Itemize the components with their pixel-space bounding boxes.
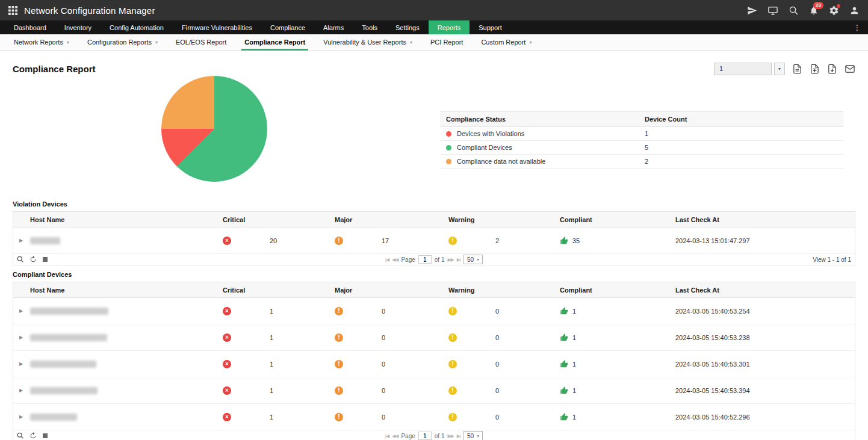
send-feedback-icon[interactable] <box>747 5 757 16</box>
legend-color-dot <box>446 145 451 150</box>
page-label: Page <box>401 256 415 263</box>
table-refresh-icon[interactable] <box>29 256 37 263</box>
thumbs-up-icon <box>560 359 569 368</box>
page-of-label: of 1 <box>435 256 445 263</box>
nav-overflow-menu-icon[interactable]: ⋮ <box>846 20 868 34</box>
table-column-chooser-icon[interactable] <box>42 433 48 439</box>
column-header-critical[interactable]: Critical <box>223 216 335 223</box>
last-check-at: 2024-03-13 15:01:47.297 <box>675 237 855 244</box>
report-selector-value[interactable]: 1 <box>714 63 772 75</box>
column-header-major[interactable]: Major <box>335 287 448 294</box>
warning-status-icon: ! <box>448 307 457 315</box>
column-header-compliant[interactable]: Compliant <box>560 287 675 294</box>
legend-row-violations[interactable]: Devices with Violations 1 <box>440 127 843 141</box>
view-range-label: View 1 - 1 of 1 <box>813 256 851 263</box>
pager-prev-icon[interactable]: ◀◀ <box>392 433 398 439</box>
host-name-redacted <box>30 237 60 244</box>
legend-row-compliant[interactable]: Compliant Devices 5 <box>440 141 843 155</box>
column-header-host-name[interactable]: Host Name <box>13 287 223 294</box>
page-size-select[interactable]: 50 ▾ <box>463 255 483 264</box>
email-report-icon[interactable] <box>845 64 855 74</box>
row-expand-icon[interactable]: ▶ <box>19 388 26 393</box>
warning-status-icon: ! <box>448 333 457 342</box>
critical-status-icon: × <box>223 360 231 368</box>
row-expand-icon[interactable]: ▶ <box>19 238 26 243</box>
main-nav: Dashboard Inventory Config Automation Fi… <box>0 20 868 34</box>
subnav-pci-report[interactable]: PCI Report <box>421 34 472 50</box>
table-column-chooser-icon[interactable] <box>42 256 48 262</box>
page-content: Compliance Report 1 ▾ <box>0 51 868 440</box>
last-check-at: 2024-03-05 15:40:53.301 <box>675 361 855 368</box>
row-expand-icon[interactable]: ▶ <box>19 414 26 420</box>
user-profile-icon[interactable] <box>849 5 860 16</box>
subnav-label: Configuration Reports <box>87 39 152 46</box>
column-header-compliant[interactable]: Compliant <box>560 216 675 223</box>
table-search-icon[interactable] <box>17 432 24 439</box>
pager-prev-icon[interactable]: ◀◀ <box>392 257 398 262</box>
settings-gear-icon[interactable] <box>829 5 839 16</box>
page-number-input[interactable] <box>418 432 432 440</box>
nav-item-inventory[interactable]: Inventory <box>55 20 101 34</box>
row-expand-icon[interactable]: ▶ <box>19 361 26 367</box>
subnav-custom-report[interactable]: Custom Report ▾ <box>472 34 541 50</box>
row-expand-icon[interactable]: ▶ <box>19 335 26 340</box>
table-search-icon[interactable] <box>17 256 24 263</box>
page-size-select[interactable]: 50 ▾ <box>463 431 483 440</box>
compliant-count: 35 <box>572 237 580 244</box>
legend-count: 1 <box>645 130 648 137</box>
pager-first-icon[interactable]: |◀ <box>385 433 389 439</box>
nav-item-reports[interactable]: Reports <box>429 20 470 34</box>
search-icon[interactable] <box>789 5 799 16</box>
column-header-major[interactable]: Major <box>335 216 448 223</box>
column-header-critical[interactable]: Critical <box>223 287 335 294</box>
critical-count: 1 <box>270 361 273 368</box>
nav-item-config-automation[interactable]: Config Automation <box>101 20 173 34</box>
page-number-input[interactable] <box>418 255 432 264</box>
nav-item-compliance[interactable]: Compliance <box>261 20 314 34</box>
table-header-row: Host Name Critical Major Warning Complia… <box>13 282 855 298</box>
nav-item-tools[interactable]: Tools <box>353 20 386 34</box>
column-header-warning[interactable]: Warning <box>448 287 560 294</box>
compliant-table-toolbar: |◀ ◀◀ Page of 1 ▶▶ ▶| 50 ▾ <box>13 430 855 440</box>
report-selector-caret-icon[interactable]: ▾ <box>774 63 785 75</box>
column-header-host-name[interactable]: Host Name <box>13 216 223 223</box>
export-pdf-icon[interactable] <box>792 64 802 74</box>
subnav-vulnerability-user-reports[interactable]: Vulnerability & User Reports ▾ <box>314 34 421 50</box>
pager-last-icon[interactable]: ▶| <box>457 433 460 439</box>
pager-last-icon[interactable]: ▶| <box>457 257 460 262</box>
subnav-network-reports[interactable]: Network Reports ▾ <box>5 34 78 50</box>
legend-header-row: Compliance Status Device Count <box>440 111 843 127</box>
chevron-down-icon: ▾ <box>155 40 158 45</box>
subnav-eol-eos-report[interactable]: EOL/EOS Report <box>167 34 235 50</box>
column-header-last-check[interactable]: Last Check At <box>675 287 855 294</box>
last-check-at: 2024-03-05 15:40:53.254 <box>675 308 855 315</box>
subnav-label: Compliance Report <box>244 39 305 46</box>
export-download-icon[interactable] <box>827 64 837 74</box>
pager-next-icon[interactable]: ▶▶ <box>447 433 453 439</box>
notifications-bell-icon[interactable]: 23 <box>809 5 819 16</box>
nav-item-dashboard[interactable]: Dashboard <box>5 20 55 34</box>
notification-count-badge: 23 <box>813 2 823 9</box>
subnav-compliance-report[interactable]: Compliance Report <box>235 34 314 50</box>
nav-item-alarms[interactable]: Alarms <box>314 20 353 34</box>
pager-first-icon[interactable]: |◀ <box>385 257 389 262</box>
pager-next-icon[interactable]: ▶▶ <box>447 257 453 262</box>
compliant-devices-table: Host Name Critical Major Warning Complia… <box>13 282 855 440</box>
table-refresh-icon[interactable] <box>29 432 37 439</box>
compliance-pie-chart[interactable] <box>161 76 267 182</box>
column-header-warning[interactable]: Warning <box>448 216 560 223</box>
column-header-last-check[interactable]: Last Check At <box>675 216 855 223</box>
legend-row-no-data[interactable]: Compliance data not available 2 <box>440 155 843 169</box>
export-spreadsheet-icon[interactable] <box>810 64 820 74</box>
row-expand-icon[interactable]: ▶ <box>19 308 26 314</box>
nav-item-firmware-vulnerabilities[interactable]: Firmware Vulnerabilities <box>173 20 261 34</box>
compliant-count: 1 <box>572 308 576 315</box>
page-title: Compliance Report <box>13 64 96 74</box>
warning-status-icon: ! <box>448 413 457 421</box>
remote-monitor-icon[interactable] <box>767 5 778 16</box>
subnav-configuration-reports[interactable]: Configuration Reports ▾ <box>78 34 167 50</box>
app-launcher-grid-icon[interactable] <box>8 6 17 15</box>
nav-item-support[interactable]: Support <box>470 20 511 34</box>
nav-item-settings[interactable]: Settings <box>386 20 429 34</box>
last-check-at: 2024-03-05 15:40:53.238 <box>675 334 855 341</box>
